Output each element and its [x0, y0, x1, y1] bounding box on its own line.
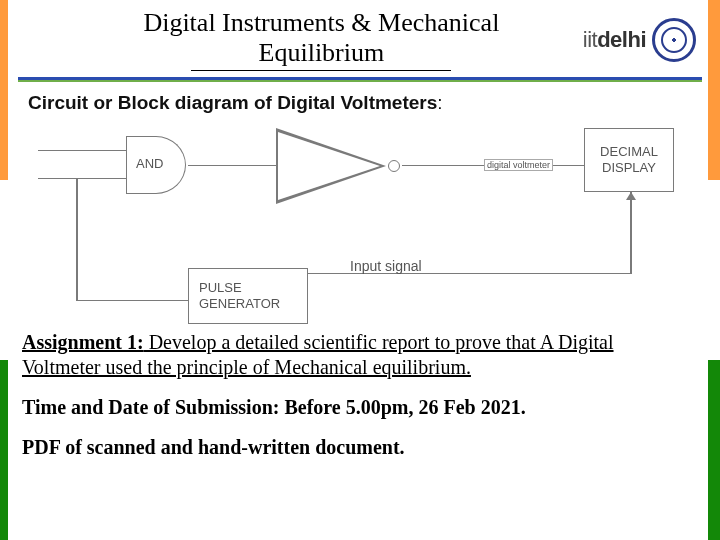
title-block: Digital Instruments & Mechanical Equilib…: [60, 8, 583, 71]
wire: [76, 300, 188, 302]
brand: iitdelhi: [583, 8, 696, 62]
input-signal-label: Input signal: [350, 258, 422, 274]
title-line-2: Equilibrium: [259, 38, 385, 67]
wire-tiny-label: digital voltmeter: [484, 159, 553, 171]
and-gate-label: AND: [136, 156, 163, 171]
wire: [38, 150, 126, 152]
submission-time: Time and Date of Submission: Before 5.00…: [22, 395, 694, 421]
brand-text: iitdelhi: [583, 27, 646, 53]
assignment-paragraph: Assignment 1: Develop a detailed scienti…: [22, 330, 694, 381]
institute-seal-icon: [652, 18, 696, 62]
section-heading: Circuit or Block diagram of Digital Volt…: [0, 82, 720, 118]
arrowhead-icon: [626, 192, 636, 200]
wire: [38, 178, 126, 180]
assignment-label: Assignment 1:: [22, 331, 144, 353]
inverter-bubble-icon: [388, 160, 400, 172]
title-underline: [191, 70, 451, 71]
pulse-generator-block: PULSE GENERATOR: [188, 268, 308, 324]
wire: [630, 192, 632, 274]
title-line-1: Digital Instruments & Mechanical: [143, 8, 499, 37]
and-gate-icon: AND: [126, 136, 188, 194]
wire: [76, 178, 78, 300]
pdf-note: PDF of scanned and hand-written document…: [22, 435, 694, 461]
body-text: Assignment 1: Develop a detailed scienti…: [0, 318, 720, 460]
slide-title: Digital Instruments & Mechanical Equilib…: [60, 8, 583, 68]
buffer-fill: [278, 132, 380, 200]
flag-stripe-right: [708, 0, 720, 540]
flag-stripe-left: [0, 0, 8, 540]
header: Digital Instruments & Mechanical Equilib…: [0, 0, 720, 73]
block-diagram: AND digital voltmeter DECIMAL DISPLAY PU…: [18, 118, 688, 318]
decimal-display-block: DECIMAL DISPLAY: [584, 128, 674, 192]
wire: [188, 165, 276, 167]
